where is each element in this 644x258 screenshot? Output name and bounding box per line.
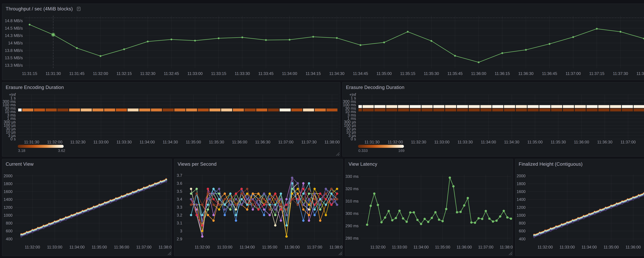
svg-text:3.5: 3.5 — [177, 189, 182, 194]
svg-text:11:36:30: 11:36:30 — [597, 140, 612, 144]
panel-title: Erasure Encoding Duration — [6, 85, 64, 90]
svg-text:11:33:30: 11:33:30 — [458, 140, 473, 144]
svg-text:13.5 MB/s: 13.5 MB/s — [5, 56, 23, 60]
view-latency-chart[interactable]: 11:32:0011:33:0011:34:0011:35:0011:36:00… — [345, 159, 513, 256]
svg-text:11:35:00: 11:35:00 — [262, 245, 277, 249]
grafana-dashboard: Throughput / sec (4MiB blocks) 11:31:151… — [0, 0, 644, 258]
svg-text:11:37:00: 11:37:00 — [566, 71, 581, 76]
svg-text:11:37:15: 11:37:15 — [589, 71, 604, 76]
svg-text:11:38:00: 11:38:00 — [158, 245, 172, 249]
color-scale-gradient — [358, 145, 404, 148]
svg-text:11:31:45: 11:31:45 — [69, 71, 84, 76]
svg-text:11:35:00: 11:35:00 — [604, 245, 619, 249]
panel-finalized-height: Finalized Height (Contiguous) 11:32:0011… — [515, 159, 644, 256]
svg-text:11:34:30: 11:34:30 — [329, 71, 344, 76]
svg-text:1400: 1400 — [516, 197, 526, 202]
svg-text:3.2: 3.2 — [177, 213, 182, 218]
svg-text:2000: 2000 — [516, 174, 526, 178]
svg-text:11:35:00: 11:35:00 — [527, 140, 542, 144]
panel-header-current-view[interactable]: Current View — [2, 159, 172, 169]
svg-text:11:36:15: 11:36:15 — [494, 71, 510, 76]
panel-title: Finalized Height (Contiguous) — [519, 162, 582, 167]
svg-text:11:32:15: 11:32:15 — [116, 71, 132, 76]
panel-header-encoding[interactable]: Erasure Encoding Duration — [2, 82, 340, 92]
svg-text:11:33:00: 11:33:00 — [560, 245, 575, 249]
current-view-chart[interactable]: 11:32:0011:33:0011:34:0011:35:0011:36:00… — [2, 159, 172, 256]
panel-header-finalized-height[interactable]: Finalized Height (Contiguous) — [515, 159, 644, 169]
panel-throughput: Throughput / sec (4MiB blocks) 11:31:151… — [2, 4, 644, 80]
svg-text:11:31:30: 11:31:30 — [24, 140, 39, 144]
svg-text:11:37:00: 11:37:00 — [620, 140, 636, 144]
svg-text:310 ms: 310 ms — [346, 199, 358, 204]
svg-text:11:35:15: 11:35:15 — [400, 71, 415, 76]
panel-header-views-per-second[interactable]: Views per Second — [174, 159, 342, 169]
svg-text:11:32:45: 11:32:45 — [164, 71, 179, 76]
svg-text:11:33:45: 11:33:45 — [258, 71, 274, 76]
svg-text:11:35:45: 11:35:45 — [447, 71, 462, 76]
svg-text:11:31:30: 11:31:30 — [364, 140, 380, 144]
svg-text:1600: 1600 — [516, 190, 526, 194]
panel-title: Views per Second — [178, 162, 216, 167]
color-scale-max: 169 — [398, 148, 404, 153]
svg-text:1000: 1000 — [4, 213, 12, 218]
panel-erasure-encoding: Erasure Encoding Duration 11:31:3011:32:… — [2, 82, 340, 156]
throughput-chart[interactable]: 11:31:1511:31:3011:31:4511:32:0011:32:15… — [2, 4, 644, 80]
svg-text:14.8 MB/s: 14.8 MB/s — [5, 18, 23, 23]
views-per-second-chart[interactable]: 11:32:0011:33:0011:34:0011:35:0011:36:00… — [174, 159, 342, 256]
svg-text:11:32:30: 11:32:30 — [140, 71, 155, 76]
svg-text:11:37:45: 11:37:45 — [636, 71, 644, 76]
svg-text:0 s: 0 s — [10, 137, 16, 141]
svg-text:3.6: 3.6 — [177, 181, 182, 186]
svg-text:11:35:30: 11:35:30 — [209, 140, 224, 144]
svg-text:1800: 1800 — [516, 182, 526, 186]
svg-text:11:36:45: 11:36:45 — [542, 71, 557, 76]
svg-text:11:37:00: 11:37:00 — [478, 245, 493, 249]
svg-text:13.3 MB/s: 13.3 MB/s — [5, 63, 23, 68]
svg-text:11:38:00: 11:38:00 — [330, 245, 342, 249]
svg-text:0 s: 0 s — [351, 137, 356, 141]
svg-text:11:33:00: 11:33:00 — [217, 245, 232, 249]
finalized-height-chart[interactable]: 11:32:0011:33:0011:34:0011:35:0011:36:00… — [515, 159, 644, 256]
panel-description-icon[interactable] — [76, 6, 81, 11]
svg-text:11:35:00: 11:35:00 — [435, 245, 450, 249]
encoding-color-scale: 3.18 3.62 — [18, 145, 64, 153]
svg-text:11:35:30: 11:35:30 — [550, 140, 566, 144]
svg-text:11:34:00: 11:34:00 — [282, 71, 297, 76]
svg-text:11:32:00: 11:32:00 — [194, 245, 210, 249]
svg-text:11:31:15: 11:31:15 — [22, 71, 37, 76]
svg-text:11:34:00: 11:34:00 — [414, 245, 429, 249]
svg-text:11:32:00: 11:32:00 — [93, 71, 108, 76]
svg-text:11:36:00: 11:36:00 — [232, 140, 247, 144]
svg-text:11:34:45: 11:34:45 — [353, 71, 368, 76]
panel-title: Current View — [6, 162, 34, 167]
svg-text:11:33:30: 11:33:30 — [116, 140, 132, 144]
svg-text:11:35:00: 11:35:00 — [92, 245, 107, 249]
panel-header-view-latency[interactable]: View Latency — [345, 159, 513, 169]
panel-header-throughput[interactable]: Throughput / sec (4MiB blocks) — [2, 4, 644, 14]
svg-text:11:34:30: 11:34:30 — [163, 140, 178, 144]
decoding-color-scale: 0.333 169 — [358, 145, 404, 153]
svg-text:11:34:00: 11:34:00 — [582, 245, 597, 249]
svg-text:11:36:00: 11:36:00 — [471, 71, 486, 76]
svg-text:11:36:30: 11:36:30 — [518, 71, 534, 76]
svg-text:1400: 1400 — [4, 197, 12, 202]
svg-text:11:37:30: 11:37:30 — [613, 71, 628, 76]
svg-text:600: 600 — [6, 229, 12, 233]
panel-header-decoding[interactable]: Erasure Decoding Duration — [342, 82, 644, 92]
svg-text:11:35:00: 11:35:00 — [186, 140, 201, 144]
svg-text:11:32:00: 11:32:00 — [370, 245, 386, 249]
panel-title: View Latency — [348, 162, 377, 167]
svg-text:11:36:00: 11:36:00 — [284, 245, 300, 249]
svg-text:11:35:30: 11:35:30 — [424, 71, 439, 76]
color-scale-min: 3.18 — [18, 148, 25, 153]
svg-text:11:32:30: 11:32:30 — [411, 140, 426, 144]
svg-text:11:34:00: 11:34:00 — [240, 245, 255, 249]
svg-text:400: 400 — [519, 237, 526, 241]
svg-text:13.8 MB/s: 13.8 MB/s — [5, 48, 23, 53]
svg-text:2.9: 2.9 — [177, 237, 182, 241]
svg-text:11:36:30: 11:36:30 — [255, 140, 270, 144]
color-scale-max: 3.62 — [58, 148, 65, 153]
svg-text:11:34:00: 11:34:00 — [140, 140, 155, 144]
svg-text:11:36:00: 11:36:00 — [574, 140, 589, 144]
svg-text:1200: 1200 — [4, 205, 12, 210]
